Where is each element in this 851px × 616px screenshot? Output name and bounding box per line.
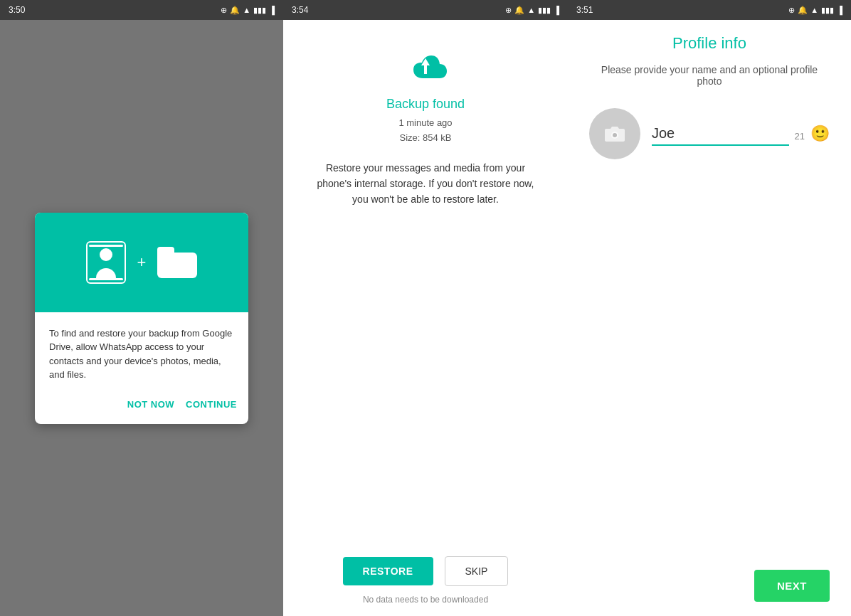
- profile-title: Profile info: [589, 34, 830, 53]
- contact-head: [100, 248, 112, 261]
- phone-bottom-bar: [89, 278, 123, 280]
- not-now-button[interactable]: NOT NOW: [127, 396, 174, 413]
- battery-icon: ▐: [269, 6, 275, 14]
- status-bars: 3:50 ⊕ 🔔 ▲ ▮▮▮ ▐ 3:54 ⊕ 🔔 ▲ ▮▮▮ ▐ 3:51 ⊕…: [0, 0, 851, 20]
- nfc-icon2: ⊕: [505, 6, 512, 15]
- camera-icon: [603, 124, 626, 144]
- no-download-text: No data needs to be downloaded: [363, 595, 488, 605]
- backup-screen: Backup found 1 minute ago Size: 854 kB R…: [283, 20, 568, 616]
- main-content: + To find and restore your backup from G…: [0, 20, 851, 616]
- nfc-icon: ⊕: [221, 6, 227, 15]
- time-panel2: 3:54: [292, 5, 308, 15]
- backup-content: Backup found 1 minute ago Size: 854 kB R…: [283, 20, 568, 545]
- continue-button[interactable]: CONTINUE: [186, 396, 237, 413]
- skip-button[interactable]: SKIP: [445, 556, 509, 586]
- bell-icon2: 🔔: [514, 6, 524, 15]
- status-bar-panel3: 3:51 ⊕ 🔔 ▲ ▮▮▮ ▐: [568, 0, 851, 20]
- permission-card: + To find and restore your backup from G…: [35, 213, 248, 424]
- permission-description: To find and restore your backup from Goo…: [49, 326, 234, 382]
- bell-icon3: 🔔: [798, 6, 808, 15]
- wifi-icon: ▲: [243, 6, 250, 14]
- profile-input-row: 21 🙂: [589, 108, 830, 159]
- contact-body: [96, 268, 116, 278]
- profile-subtitle: Please provide your name and an optional…: [589, 64, 830, 87]
- backup-actions: RESTORE SKIP No data needs to be downloa…: [283, 545, 568, 616]
- wifi-icon3: ▲: [810, 6, 818, 14]
- signal-icon3: ▮▮▮: [821, 6, 834, 15]
- emoji-button[interactable]: 🙂: [810, 124, 830, 146]
- permission-screen: + To find and restore your backup from G…: [0, 20, 283, 616]
- profile-actions: NEXT: [589, 570, 830, 602]
- plus-icon: +: [137, 253, 147, 272]
- restore-button[interactable]: RESTORE: [343, 557, 433, 585]
- profile-screen: Profile info Please provide your name an…: [568, 20, 851, 616]
- name-input[interactable]: [652, 122, 789, 146]
- bell-icon: 🔔: [230, 6, 240, 15]
- signal-icon: ▮▮▮: [253, 6, 266, 15]
- avatar-button[interactable]: [589, 108, 640, 159]
- time-panel3: 3:51: [576, 5, 593, 15]
- status-icons-panel2: ⊕ 🔔 ▲ ▮▮▮ ▐: [505, 6, 559, 15]
- status-bar-panel2: 3:54 ⊕ 🔔 ▲ ▮▮▮ ▐: [283, 0, 568, 20]
- time-panel1: 3:50: [9, 5, 25, 15]
- folder-icon: [157, 247, 197, 278]
- char-count: 21: [795, 131, 805, 146]
- backup-found-title: Backup found: [386, 97, 465, 112]
- backup-meta: 1 minute ago Size: 854 kB: [398, 116, 452, 146]
- contact-icon: [86, 241, 126, 284]
- signal-icon2: ▮▮▮: [538, 6, 551, 15]
- wifi-icon2: ▲: [527, 6, 535, 14]
- backup-time: 1 minute ago: [398, 117, 452, 128]
- backup-buttons: RESTORE SKIP: [343, 556, 509, 586]
- permission-card-header: +: [35, 213, 248, 312]
- name-input-wrapper: 21 🙂: [652, 122, 830, 146]
- backup-size: Size: 854 kB: [399, 132, 451, 143]
- battery-icon3: ▐: [837, 6, 842, 14]
- phone-top-bar: [89, 245, 123, 247]
- next-button[interactable]: NEXT: [754, 570, 830, 602]
- backup-description: Restore your messages and media from you…: [305, 160, 546, 208]
- cloud-upload-icon: [403, 48, 448, 85]
- nfc-icon3: ⊕: [788, 6, 795, 15]
- battery-icon2: ▐: [554, 6, 559, 14]
- permission-card-body: To find and restore your backup from Goo…: [35, 312, 248, 391]
- status-icons-panel1: ⊕ 🔔 ▲ ▮▮▮ ▐: [221, 6, 275, 15]
- permission-card-actions: NOT NOW CONTINUE: [35, 391, 248, 424]
- name-input-container: [652, 122, 789, 146]
- svg-point-2: [613, 133, 617, 137]
- status-icons-panel3: ⊕ 🔔 ▲ ▮▮▮ ▐: [788, 6, 842, 15]
- status-bar-panel1: 3:50 ⊕ 🔔 ▲ ▮▮▮ ▐: [0, 0, 283, 20]
